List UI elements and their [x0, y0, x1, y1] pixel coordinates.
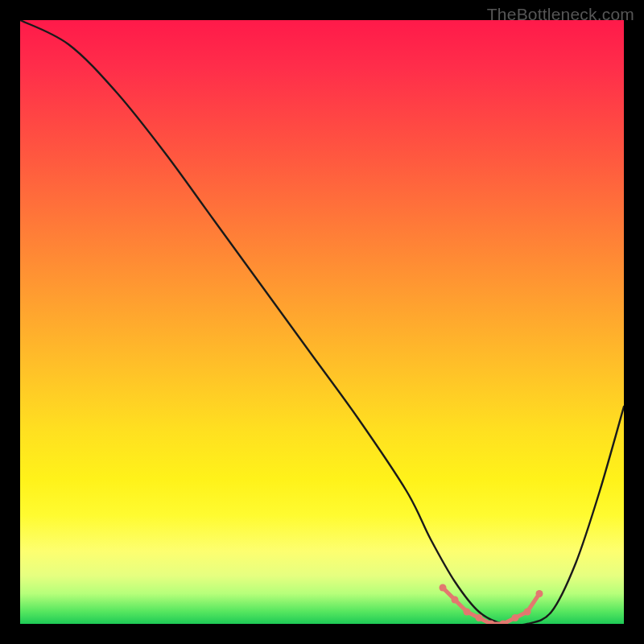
- optimal-range-markers: [440, 584, 543, 625]
- marker-dot: [524, 609, 531, 616]
- bottleneck-curve: [20, 20, 624, 624]
- marker-dot: [452, 597, 459, 604]
- marker-dot: [512, 614, 519, 621]
- marker-dot: [536, 590, 543, 597]
- watermark-text: TheBottleneck.com: [487, 5, 634, 24]
- chart-area: [20, 20, 624, 624]
- marker-dot: [464, 609, 471, 616]
- chart-svg: [20, 20, 624, 624]
- marker-dot: [440, 584, 447, 592]
- marker-dot: [476, 614, 483, 621]
- marker-segment: [443, 588, 539, 624]
